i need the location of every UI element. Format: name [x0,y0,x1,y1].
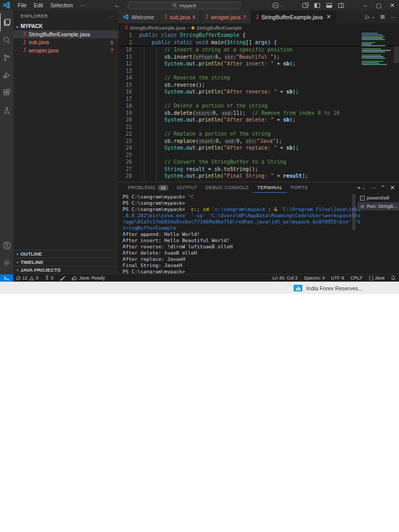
line-text: // Insert a string at a specific positio… [139,46,292,54]
toggle-panel-button[interactable] [326,3,332,8]
warning-count: 0 [36,275,38,281]
customize-layout-button[interactable] [302,3,308,8]
extensions-icon[interactable] [0,84,14,102]
terminal-item-powershell[interactable]: powershell [357,194,399,202]
search-view-icon[interactable] [0,31,14,49]
code-line: 1public class StringBufferExample { [118,32,399,39]
code-token: ; [197,206,203,212]
tab-welcome[interactable]: Welcome [118,10,159,23]
code-token: println [198,117,220,123]
tab-close-icon[interactable]: ✕ [326,14,331,20]
new-terminal-button[interactable]: + [357,184,360,191]
source-control-icon[interactable] [0,49,14,66]
sidebar-explorer: EXPLORER ··· ⌄ MYPACK JStringBufferExamp… [14,10,118,274]
toggle-secondary-sidebar-button[interactable] [338,3,344,8]
panel-maximize-icon[interactable]: ⌃ [381,184,385,191]
code-token [139,39,152,45]
menu-edit[interactable]: Edit [30,0,47,10]
window-maximize-button[interactable]: ▢ [372,0,385,10]
java-launch-status[interactable] [57,274,69,282]
minimap-line [362,36,384,37]
toggle-sidebar-button[interactable] [314,3,320,8]
terminal-list: powershellRun: StringB... [357,194,399,210]
code-editor[interactable]: 1public class StringBufferExample {2 pub… [118,32,399,182]
panel-tab-ports[interactable]: PORTS [287,182,312,193]
section-timeline[interactable]: ›TIMELINE [14,258,118,266]
panel-tab-terminal[interactable]: TERMINAL [253,182,287,193]
remote-indicator[interactable] [0,274,13,282]
panel-tab-problems[interactable]: PROBLEMS12 [124,182,172,193]
terminal-line: After append: Hello World! [123,231,399,237]
encoding[interactable]: UTF-8 [328,274,348,282]
gear-icon [360,204,365,209]
code-line: 17 [118,96,399,103]
notifications-bell-icon[interactable] [388,274,399,282]
explorer-more-icon[interactable]: ··· [109,14,114,19]
search-icon [172,3,177,8]
code-token: println [198,173,220,179]
code-token: 'C:\Program Files\Java\jdk1 [280,206,360,212]
panel-tab-debug-console[interactable]: DEBUG CONSOLE [201,182,253,193]
editor-more-icon[interactable]: ··· [390,14,396,20]
terminal-scrollbar[interactable] [352,194,355,230]
line-number: 11 [118,54,139,61]
run-debug-icon[interactable] [0,66,14,84]
panel-more-icon[interactable]: ··· [370,184,376,191]
window-minimize-button[interactable]: – [358,0,372,10]
section-java-projects[interactable]: ›JAVA PROJECTS [14,266,118,274]
breadcrumb-symbol[interactable]: StringBufferExample [197,25,242,31]
code-token: sb [164,54,170,60]
indentation[interactable]: Spaces: 4 [301,274,328,282]
section-outline[interactable]: ›OUTLINE [14,250,118,258]
code-line: 19 sb.delete(start:0, end:11); // Remove… [118,110,399,117]
tab-wrraper-java[interactable]: Jwrraper.java7 [201,10,251,23]
account-icon[interactable] [0,236,14,254]
folder-mypack[interactable]: ⌄ MYPACK [14,22,118,30]
copilot-menu[interactable]: ⌄ [272,3,284,8]
code-token [139,166,164,172]
window-close-button[interactable]: ✕ [385,0,399,10]
run-dropdown-icon[interactable]: ⌄ [371,15,375,19]
menu-more[interactable]: ··· [76,0,89,10]
nav-back-icon[interactable]: ← [114,2,121,9]
line-text: System.out.println("Final String: " + re… [139,172,308,180]
command-center-search[interactable]: mypack [128,2,241,9]
minimap[interactable] [362,33,392,65]
explorer-icon[interactable] [0,14,14,31]
terminal-dropdown-icon[interactable]: ⌄ [362,185,366,190]
symbol-class-icon: ◆ [191,25,195,30]
breadcrumb-file[interactable]: StringBufferExample.java [129,25,185,31]
breadcrumb[interactable]: J StringBufferExample.java › ◆ StringBuf… [118,23,399,32]
java-ready-status[interactable]: Java: Ready [69,274,108,282]
file-row[interactable]: JStringBufferExample.java [14,30,118,38]
breadcrumb-separator: › [187,25,189,31]
ports-status[interactable]: 0 [42,274,57,282]
tab-stringbufferexample-java[interactable]: JStringBufferExample.java✕ [251,10,337,23]
panel-close-icon[interactable]: ✕ [390,184,395,191]
file-row[interactable]: Jsub.java5 [14,38,118,47]
menu-bar: FileEditSelection [14,0,76,10]
problems-status[interactable]: 12 0 [13,274,42,282]
news-widget[interactable]: India Forex Reserves... [294,285,363,291]
file-row[interactable]: Jwrraper.java7 [14,46,118,55]
code-token: System [164,145,183,151]
code-line: 16 System.out.println("After reverse: " … [118,88,399,96]
line-text: // Reverse the string [139,74,230,82]
file-name: wrraper.java [29,47,58,54]
code-token: str: [224,55,236,60]
settings-gear-icon[interactable] [0,254,14,272]
panel-tab-output[interactable]: OUTPUT [172,182,201,193]
line-number: 13 [118,68,139,75]
testing-icon[interactable] [0,102,14,119]
cursor-position[interactable]: Ln 30, Col 2 [269,274,301,282]
menu-selection[interactable]: Selection [47,0,76,10]
terminal-item-run-stringb-[interactable]: Run: StringB... [357,202,399,210]
language-mode[interactable]: { } Java [366,274,388,282]
code-token: 11 [233,110,240,116]
split-editor-icon[interactable]: ⊞ [380,14,385,20]
eol[interactable]: CRLF [347,274,366,282]
menu-file[interactable]: File [14,0,30,10]
code-line: 22 // Replace a portion of the string [118,130,399,138]
tab-sub-java[interactable]: Jsub.java5 [159,10,201,23]
run-java-button[interactable]: ▷ [366,14,370,20]
